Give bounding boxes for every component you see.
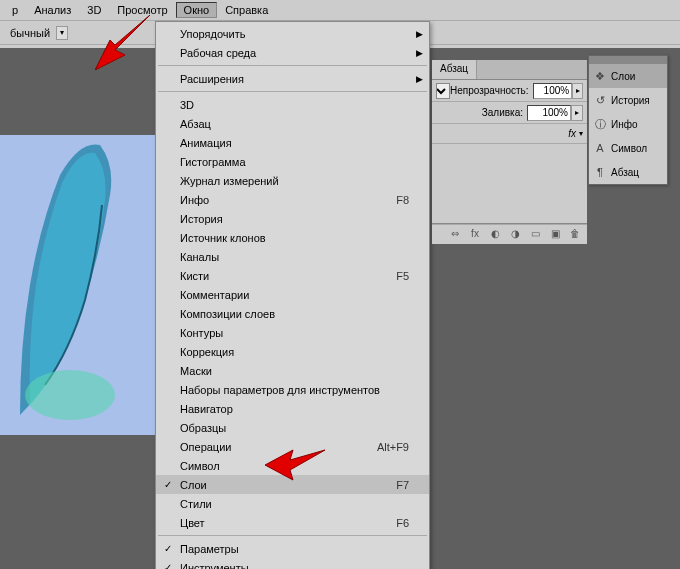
menu-item-analysis[interactable]: Анализ [26, 2, 79, 18]
menu-character[interactable]: Символ [156, 456, 429, 475]
menu-paragraph[interactable]: Абзац [156, 114, 429, 133]
menu-measurement-log[interactable]: Журнал измерений [156, 171, 429, 190]
character-icon: A [593, 141, 607, 155]
menu-tool-presets[interactable]: Наборы параметров для инструментов [156, 380, 429, 399]
menu-actions[interactable]: ОперацииAlt+F9 [156, 437, 429, 456]
menu-history[interactable]: История [156, 209, 429, 228]
menu-options[interactable]: ✓Параметры [156, 539, 429, 558]
feather-image [0, 135, 155, 435]
menu-item-window[interactable]: Окно [176, 2, 218, 18]
mask-icon[interactable]: ◐ [487, 228, 503, 242]
menu-masks[interactable]: Маски [156, 361, 429, 380]
submenu-arrow-icon: ▶ [416, 29, 423, 39]
panel-grip[interactable] [589, 56, 667, 64]
submenu-arrow-icon: ▶ [416, 48, 423, 58]
menu-tools[interactable]: ✓Инструменты [156, 558, 429, 569]
menu-brushes[interactable]: КистиF5 [156, 266, 429, 285]
dock-layers[interactable]: ❖ Слои [589, 64, 667, 88]
layer-list[interactable]: fx ▾ [432, 124, 587, 224]
history-icon: ↺ [593, 93, 607, 107]
fill-value[interactable]: 100% [527, 105, 571, 121]
dock-label: Слои [611, 71, 635, 82]
menu-styles[interactable]: Стили [156, 494, 429, 513]
dock-history[interactable]: ↺ История [589, 88, 667, 112]
menu-separator [158, 65, 427, 66]
menu-color[interactable]: ЦветF6 [156, 513, 429, 532]
check-icon: ✓ [164, 562, 172, 569]
menu-item-3d[interactable]: 3D [79, 2, 109, 18]
check-icon: ✓ [164, 543, 172, 554]
layers-panel: Абзац Непрозрачность: 100% ▸ Заливка: 10… [432, 60, 587, 244]
menu-workspace[interactable]: Рабочая среда▶ [156, 43, 429, 62]
menu-swatches[interactable]: Образцы [156, 418, 429, 437]
paragraph-icon: ¶ [593, 165, 607, 179]
link-icon[interactable]: ⇔ [447, 228, 463, 242]
fill-label: Заливка: [436, 107, 527, 118]
dock-label: Инфо [611, 119, 638, 130]
canvas[interactable] [0, 135, 155, 435]
collapsed-panel-dock[interactable]: ❖ Слои ↺ История ⓘ Инфо A Символ ¶ Абзац [588, 55, 668, 185]
menubar: р Анализ 3D Просмотр Окно Справка [0, 0, 680, 21]
menu-3d[interactable]: 3D [156, 95, 429, 114]
dock-label: Символ [611, 143, 647, 154]
menu-arrange[interactable]: Упорядочить▶ [156, 24, 429, 43]
menu-separator [158, 535, 427, 536]
panel-tabs: Абзац [432, 60, 587, 80]
menu-channels[interactable]: Каналы [156, 247, 429, 266]
new-layer-icon[interactable]: ▣ [547, 228, 563, 242]
menu-adjustments[interactable]: Коррекция [156, 342, 429, 361]
menu-histogram[interactable]: Гистограмма [156, 152, 429, 171]
window-menu-dropdown: Упорядочить▶ Рабочая среда▶ Расширения▶ … [155, 21, 430, 569]
check-icon: ✓ [164, 479, 172, 490]
opacity-arrow-icon[interactable]: ▸ [572, 83, 583, 99]
fx-icon[interactable]: fx [467, 228, 483, 242]
menu-layer-comps[interactable]: Композиции слоев [156, 304, 429, 323]
panel-footer: ⇔ fx ◐ ◑ ▭ ▣ 🗑 [432, 224, 587, 244]
menu-item-help[interactable]: Справка [217, 2, 276, 18]
menu-item-view[interactable]: Просмотр [109, 2, 175, 18]
info-icon: ⓘ [593, 117, 607, 131]
fill-arrow-icon[interactable]: ▸ [571, 105, 583, 121]
menu-comments[interactable]: Комментарии [156, 285, 429, 304]
opacity-label: Непрозрачность: [450, 85, 533, 96]
opacity-row: Непрозрачность: 100% ▸ [432, 80, 587, 102]
menu-extensions[interactable]: Расширения▶ [156, 69, 429, 88]
menu-paths[interactable]: Контуры [156, 323, 429, 342]
dock-label: История [611, 95, 650, 106]
opacity-value[interactable]: 100% [533, 83, 573, 99]
dock-paragraph[interactable]: ¶ Абзац [589, 160, 667, 184]
menu-layers[interactable]: ✓СлоиF7 [156, 475, 429, 494]
folder-icon[interactable]: ▭ [527, 228, 543, 242]
menu-navigator[interactable]: Навигатор [156, 399, 429, 418]
menu-separator [158, 91, 427, 92]
fill-row: Заливка: 100% ▸ [432, 102, 587, 124]
fx-badge[interactable]: fx [568, 128, 576, 139]
options-label: бычный [4, 27, 56, 39]
menu-info[interactable]: ИнфоF8 [156, 190, 429, 209]
dock-character[interactable]: A Символ [589, 136, 667, 160]
submenu-arrow-icon: ▶ [416, 74, 423, 84]
adjust-icon[interactable]: ◑ [507, 228, 523, 242]
menu-clone-source[interactable]: Источник клонов [156, 228, 429, 247]
menu-animation[interactable]: Анимация [156, 133, 429, 152]
dock-info[interactable]: ⓘ Инфо [589, 112, 667, 136]
svg-point-0 [25, 370, 115, 420]
blend-mode-select[interactable] [436, 83, 450, 99]
fx-arrow-icon[interactable]: ▾ [579, 129, 583, 138]
menu-item[interactable]: р [4, 2, 26, 18]
dropdown-arrow-icon[interactable]: ▾ [56, 26, 68, 40]
dock-label: Абзац [611, 167, 639, 178]
layers-icon: ❖ [593, 69, 607, 83]
trash-icon[interactable]: 🗑 [567, 228, 583, 242]
tab-paragraph[interactable]: Абзац [432, 60, 477, 79]
